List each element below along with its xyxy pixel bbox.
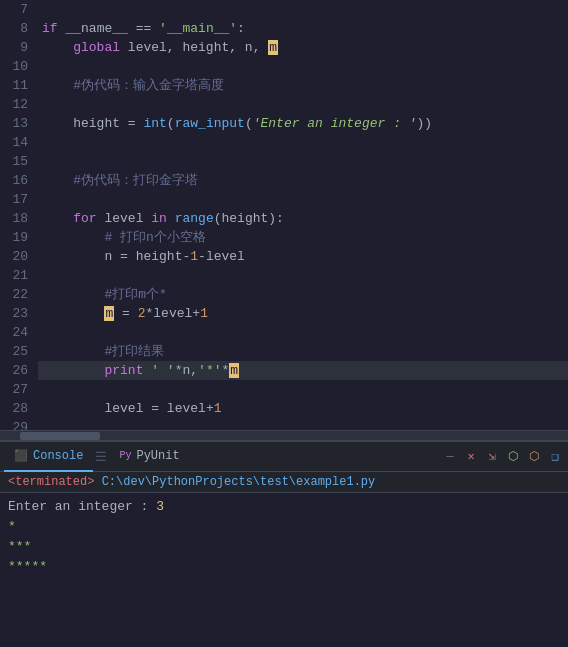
table-row: 19 # 打印n个小空格 [0, 228, 568, 247]
table-row: 26 print ' '*n,'*'*m [0, 361, 568, 380]
editor-scrollbar[interactable] [0, 430, 568, 440]
table-row: 9 global level, height, n, m [0, 38, 568, 57]
line-code [38, 190, 568, 209]
line-code: global level, height, n, m [38, 38, 568, 57]
line-code: #打印m个* [38, 285, 568, 304]
line-number: 13 [0, 114, 38, 133]
debug-button[interactable]: ⬡ [525, 448, 543, 466]
line-code [38, 0, 568, 19]
line-code [38, 95, 568, 114]
console-tab-label: Console [33, 449, 83, 463]
table-row: 29 [0, 418, 568, 430]
console-tab-icon: ⬛ [14, 449, 28, 462]
line-code [38, 133, 568, 152]
line-code: #伪代码：输入金字塔高度 [38, 76, 568, 95]
line-number: 28 [0, 399, 38, 418]
prompt-text: Enter an integer : [8, 499, 156, 514]
tab-separator: ☰ [95, 449, 107, 465]
pyunit-tab-icon: Py [119, 450, 131, 461]
line-code: # 打印n个小空格 [38, 228, 568, 247]
line-number: 15 [0, 152, 38, 171]
table-row: 15 [0, 152, 568, 171]
table-row: 22 #打印m个* [0, 285, 568, 304]
line-number: 11 [0, 76, 38, 95]
table-row: 12 [0, 95, 568, 114]
table-row: 17 [0, 190, 568, 209]
line-number: 20 [0, 247, 38, 266]
table-row: 21 [0, 266, 568, 285]
terminate-button[interactable]: ⇲ [483, 448, 501, 466]
line-number: 26 [0, 361, 38, 380]
line-number: 27 [0, 380, 38, 399]
line-code [38, 152, 568, 171]
table-row: 18 for level in range(height): [0, 209, 568, 228]
table-row: 27 [0, 380, 568, 399]
tab-console[interactable]: ⬛ Console [4, 442, 93, 472]
line-code: level = level+1 [38, 399, 568, 418]
line-code: n = height-1-level [38, 247, 568, 266]
line-number: 8 [0, 19, 38, 38]
line-number: 21 [0, 266, 38, 285]
table-row: 10 [0, 57, 568, 76]
line-number: 24 [0, 323, 38, 342]
table-row: 23 m = 2*level+1 [0, 304, 568, 323]
line-number: 10 [0, 57, 38, 76]
line-code [38, 418, 568, 430]
maximize-button[interactable]: ❑ [546, 448, 564, 466]
prompt-input-value: 3 [156, 499, 164, 514]
line-number: 29 [0, 418, 38, 430]
console-prompt-line: Enter an integer : 3 [8, 497, 560, 517]
panel-tabs-bar: ⬛ Console ☰ Py PyUnit — ✕ ⇲ ⬡ ⬡ ❑ [0, 442, 568, 472]
line-code: height = int(raw_input('Enter an integer… [38, 114, 568, 133]
line-number: 14 [0, 133, 38, 152]
line-code [38, 57, 568, 76]
minimize-button[interactable]: — [441, 448, 459, 466]
line-number: 16 [0, 171, 38, 190]
console-output-line-2: *** [8, 537, 560, 557]
run-button[interactable]: ⬡ [504, 448, 522, 466]
line-code: print ' '*n,'*'*m [38, 361, 568, 380]
line-code [38, 323, 568, 342]
console-path-bar: <terminated> C:\dev\PythonProjects\test\… [0, 472, 568, 493]
console-output-line-3: ***** [8, 557, 560, 577]
code-lines: 7 8 if __name__ == '__main__': 9 global … [0, 0, 568, 430]
line-number: 25 [0, 342, 38, 361]
line-number: 23 [0, 304, 38, 323]
table-row: 11 #伪代码：输入金字塔高度 [0, 76, 568, 95]
line-code [38, 266, 568, 285]
line-number: 7 [0, 0, 38, 19]
line-code [38, 380, 568, 399]
console-output-line-1: * [8, 517, 560, 537]
pyunit-tab-label: PyUnit [136, 449, 179, 463]
line-number: 12 [0, 95, 38, 114]
line-code: #打印结果 [38, 342, 568, 361]
table-row: 13 height = int(raw_input('Enter an inte… [0, 114, 568, 133]
table-row: 8 if __name__ == '__main__': [0, 19, 568, 38]
table-row: 14 [0, 133, 568, 152]
table-row: 7 [0, 0, 568, 19]
line-code: for level in range(height): [38, 209, 568, 228]
line-number: 9 [0, 38, 38, 57]
code-editor[interactable]: 7 8 if __name__ == '__main__': 9 global … [0, 0, 568, 430]
table-row: 16 #伪代码：打印金字塔 [0, 171, 568, 190]
file-path: C:\dev\PythonProjects\test\example1.py [102, 475, 376, 489]
line-code: #伪代码：打印金字塔 [38, 171, 568, 190]
console-output: Enter an integer : 3 * *** ***** [0, 493, 568, 647]
line-number: 17 [0, 190, 38, 209]
scrollbar-thumb[interactable] [20, 432, 100, 440]
console-panel: ⬛ Console ☰ Py PyUnit — ✕ ⇲ ⬡ ⬡ ❑ <termi… [0, 440, 568, 647]
table-row: 24 [0, 323, 568, 342]
tab-pyunit[interactable]: Py PyUnit [109, 442, 189, 472]
table-row: 20 n = height-1-level [0, 247, 568, 266]
line-code: m = 2*level+1 [38, 304, 568, 323]
line-code: if __name__ == '__main__': [38, 19, 568, 38]
stop-button[interactable]: ✕ [462, 448, 480, 466]
line-number: 22 [0, 285, 38, 304]
table-row: 28 level = level+1 [0, 399, 568, 418]
line-number: 18 [0, 209, 38, 228]
panel-toolbar: — ✕ ⇲ ⬡ ⬡ ❑ [441, 448, 564, 466]
terminated-label: <terminated> [8, 475, 94, 489]
line-number: 19 [0, 228, 38, 247]
table-row: 25 #打印结果 [0, 342, 568, 361]
